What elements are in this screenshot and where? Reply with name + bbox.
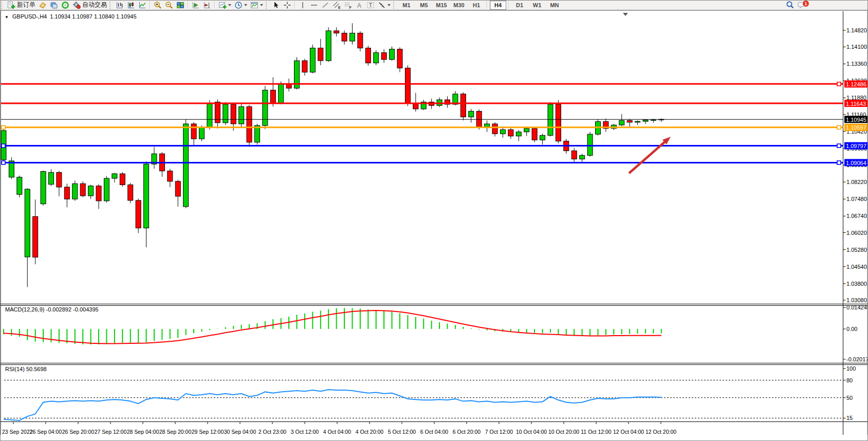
timeframe-button-mn[interactable]: MN	[546, 1, 563, 10]
sounds-button[interactable]	[60, 1, 71, 10]
notifications-button[interactable]: 1	[796, 1, 808, 10]
timeframe-button-m5[interactable]: M5	[416, 1, 432, 10]
time-tick-label: 23 Sep 2022	[2, 429, 33, 435]
text-tool-button[interactable]: A	[354, 1, 365, 10]
arrows-dropdown-caret[interactable]	[387, 4, 391, 6]
time-tick-label: 30 Sep 04:00	[224, 429, 256, 435]
bar-chart-icon	[116, 1, 124, 9]
price-axis[interactable]: 1.148201.141001.133601.126201.118801.111…	[843, 27, 868, 303]
time-tick-label: 26 Sep 04:00	[30, 429, 62, 435]
vertical-line-icon	[299, 1, 307, 9]
toolbar-separator	[294, 1, 296, 9]
toolbar-grip[interactable]	[266, 2, 269, 9]
text-label-icon: T	[366, 1, 375, 9]
hline-handle[interactable]	[837, 144, 841, 148]
bull-candle-body	[548, 104, 553, 135]
toolbar-grip[interactable]	[1, 2, 5, 9]
zoom-in-icon	[154, 1, 162, 9]
new-order-button[interactable]: 新订单	[6, 1, 37, 10]
rsi-axis-label: 100	[846, 365, 856, 372]
timeframe-button-h4[interactable]: H4	[490, 1, 506, 10]
text-a-icon: A	[355, 1, 363, 9]
time-tick-label: 5 Oct 12:00	[388, 429, 416, 435]
toolbar-grip[interactable]	[393, 2, 397, 9]
auto-trading-button[interactable]: 自动交易	[71, 1, 108, 10]
crosshair-tool-button[interactable]	[282, 1, 293, 10]
chart-symbol-period: GBPUSD-,H4	[12, 13, 47, 20]
templates-dropdown-caret[interactable]	[260, 4, 263, 6]
template-icon	[250, 1, 258, 9]
zoom-in-button[interactable]	[152, 1, 163, 10]
fibonacci-tool-button[interactable]: F	[342, 1, 354, 10]
price-tick-label: 1.03080	[846, 297, 867, 303]
line-chart-mode-button[interactable]	[137, 1, 148, 10]
timeframe-button-m1[interactable]: M1	[398, 1, 415, 10]
templates-button[interactable]	[249, 1, 265, 10]
candlestick-mode-button[interactable]	[125, 1, 137, 10]
bear-candle-body	[508, 130, 513, 136]
periods-dropdown-caret[interactable]	[244, 4, 247, 6]
bear-candle-body	[492, 124, 497, 134]
timeframe-button-m15[interactable]: M15	[433, 1, 450, 10]
hline-1.12486[interactable]	[1, 82, 843, 86]
chart-menu-arrow-icon[interactable]: ▼	[5, 15, 9, 20]
timeframe-button-h1[interactable]: H1	[468, 1, 485, 10]
vertical-line-tool-button[interactable]	[297, 1, 308, 10]
timeframe-button-d1[interactable]: D1	[511, 1, 528, 10]
hline-1.10597[interactable]	[1, 125, 843, 129]
arrows-icon	[378, 1, 386, 9]
chart-shift-marker-icon[interactable]	[623, 13, 628, 16]
bear-candle-body	[381, 52, 386, 59]
hline-1.09797[interactable]	[1, 144, 843, 148]
chart-window: 1.148201.141001.133601.126201.118801.111…	[0, 10, 868, 441]
zoom-out-button[interactable]	[163, 1, 175, 10]
auto-scroll-button[interactable]	[190, 1, 201, 10]
profiles-button[interactable]	[48, 1, 60, 10]
hline-handle[interactable]	[837, 82, 841, 86]
price-label-1.09064: 1.09064	[844, 159, 867, 166]
toolbar-separator	[487, 1, 488, 9]
hline-handle[interactable]	[837, 161, 841, 164]
channel-icon: E	[333, 1, 341, 9]
chart-canvas[interactable]: 1.148201.141001.133601.126201.118801.111…	[0, 10, 868, 441]
timeframe-button-m30[interactable]: M30	[451, 1, 467, 10]
hline-handle[interactable]	[837, 125, 841, 129]
trendline-tool-button[interactable]	[320, 1, 331, 10]
cursor-icon	[272, 1, 280, 9]
rsi-axis-label: 80	[846, 377, 853, 383]
periods-button[interactable]	[233, 1, 249, 10]
time-axis[interactable]: 23 Sep 202226 Sep 04:0026 Sep 20:0027 Se…	[2, 422, 676, 435]
bull-candle-body	[349, 33, 355, 41]
timeframe-button-w1[interactable]: W1	[529, 1, 545, 10]
hline-handle[interactable]	[2, 144, 5, 148]
charts-button[interactable]	[37, 1, 48, 10]
hline-handle[interactable]	[2, 161, 5, 164]
arrows-tool-button[interactable]	[376, 1, 392, 10]
macd-axis-label: -0.020171	[846, 356, 868, 362]
chart-shift-button[interactable]	[201, 1, 213, 10]
search-button[interactable]	[784, 1, 796, 10]
hline-handle[interactable]	[2, 125, 5, 129]
indicators-dropdown-caret[interactable]	[228, 4, 231, 6]
tile-windows-button[interactable]	[175, 1, 186, 10]
horizontal-line-tool-button[interactable]	[308, 1, 320, 10]
price-tick-label: 1.05280	[846, 247, 867, 253]
bull-candle-body	[25, 189, 30, 257]
time-tick-label: 27 Sep 12:00	[95, 429, 127, 435]
hline-1.09064[interactable]	[1, 161, 843, 164]
indicators-button[interactable]	[217, 1, 233, 10]
bull-candle-body	[223, 104, 228, 123]
cursor-tool-button[interactable]	[270, 1, 282, 10]
notification-badge: 1	[802, 0, 809, 7]
equidistant-channel-tool-button[interactable]: E	[331, 1, 342, 10]
price-label-1.10945: 1.10945	[844, 116, 867, 123]
indicators-icon	[218, 1, 227, 9]
arrow-annotation[interactable]	[629, 137, 671, 173]
toolbar-separator	[188, 1, 189, 9]
price-label-1.09797: 1.09797	[844, 142, 867, 150]
bar-chart-mode-button[interactable]	[114, 1, 125, 10]
text-label-tool-button[interactable]: T	[365, 1, 376, 10]
toolbar-grip[interactable]	[109, 2, 113, 9]
bear-candle-body	[405, 68, 410, 103]
line-chart-icon	[138, 1, 146, 9]
